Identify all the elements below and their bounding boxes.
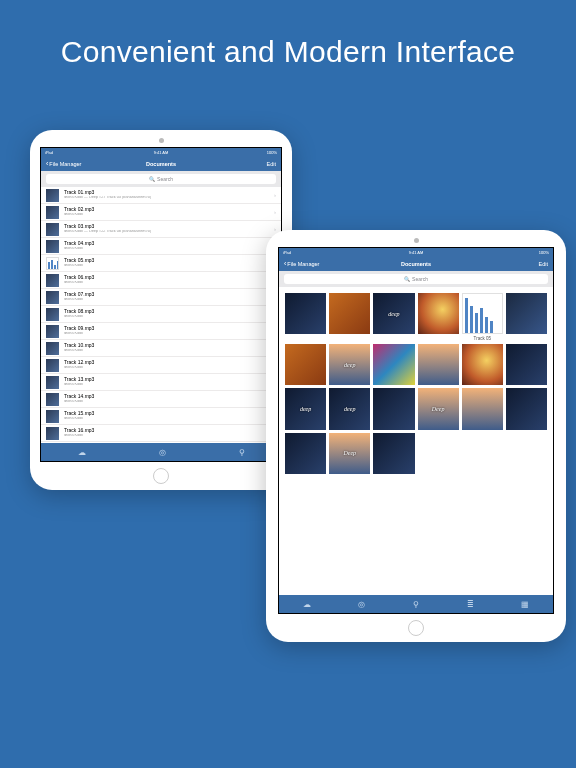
album-overlay-text: deep [329,344,370,385]
album-art-thumb [46,325,59,338]
file-subtitle: Mona Kibbi [64,264,94,268]
list-item[interactable]: Track 13.mp3Mona Kibbi› [41,374,281,391]
tab-bar: ☁︎ ◎ ⚲ [41,443,281,461]
device-camera [159,138,164,143]
search-input[interactable]: 🔍 Search [46,174,276,184]
file-name: Track 06.mp3 [64,275,94,280]
nav-bar: ‹File Manager Documents Edit [279,256,553,271]
album-art-cell[interactable] [506,344,547,385]
tab-search-icon[interactable]: ⚲ [413,600,419,609]
album-overlay-text: deep [329,388,370,429]
tab-search-icon[interactable]: ⚲ [239,448,245,457]
status-time: 9:41 AM [40,150,282,155]
list-item[interactable]: Track 07.mp3Mona Kibbi› [41,289,281,306]
album-art-cell[interactable] [329,293,370,334]
file-name: Track 10.mp3 [64,343,94,348]
list-item[interactable]: Track 04.mp3Mona Kibbi› [41,238,281,255]
file-grid[interactable]: deepTrack 05deepdeepdeepDeepDeep [285,293,547,474]
album-overlay-text: Deep [329,433,370,474]
file-subtitle: Mona Kibbi [64,383,94,387]
file-subtitle: Mona Kibbi [64,400,94,404]
equalizer-icon[interactable] [462,293,503,334]
album-art-thumb [46,427,59,440]
tab-list-icon[interactable]: ≣ [467,600,474,609]
list-item[interactable]: Track 06.mp3Mona Kibbi› [41,272,281,289]
album-art-cell[interactable] [462,344,503,385]
search-bar: 🔍 Search [279,271,553,287]
file-name: Track 08.mp3 [64,309,94,314]
edit-button[interactable]: Edit [267,161,276,167]
tab-cloud-icon[interactable]: ☁︎ [78,448,86,457]
album-art-thumb [46,189,59,202]
tab-globe-icon[interactable]: ◎ [358,600,365,609]
album-art-thumb [46,308,59,321]
chevron-right-icon: › [274,226,276,232]
album-art-cell[interactable] [285,293,326,334]
file-name: Track 13.mp3 [64,377,94,382]
album-art-cell[interactable]: Deep [418,388,459,429]
list-item[interactable]: Track 09.mp3Mona Kibbi› [41,323,281,340]
album-art-thumb [46,223,59,236]
file-name: Track 03.mp3 [64,224,151,229]
list-item[interactable]: Track 16.mp3Mona Kibbi› [41,425,281,442]
file-subtitle: Mona Kibbi [64,366,94,370]
album-art-cell[interactable] [506,293,547,334]
tab-grid-icon[interactable]: ▦ [521,600,529,609]
file-subtitle: Mona Kibbi [64,417,94,421]
list-item[interactable]: Track 03.mp3Mona Kibbi — Deep #22 Track … [41,221,281,238]
album-art-thumb [46,342,59,355]
file-name: Track 07.mp3 [64,292,94,297]
file-subtitle: Mona Kibbi [64,247,94,251]
file-subtitle: Mona Kibbi [64,298,94,302]
album-art-thumb [46,376,59,389]
file-name: Track 16.mp3 [64,428,94,433]
edit-button[interactable]: Edit [539,261,548,267]
album-art-cell[interactable] [418,293,459,334]
grid-item-label: Track 05 [462,336,503,341]
album-overlay-text: Deep [418,388,459,429]
file-list[interactable]: Track 01.mp3Mona Kibbi — Deep #27 Track … [41,187,281,443]
list-item[interactable]: Track 05.mp3Mona Kibbi› [41,255,281,272]
tab-bar: ☁︎ ◎ ⚲ ≣ ▦ [279,595,553,613]
list-item[interactable]: Track 02.mp3Mona Kibbi› [41,204,281,221]
album-art-cell[interactable]: deep [329,344,370,385]
list-item[interactable]: Track 14.mp3Mona Kibbi› [41,391,281,408]
album-art-cell[interactable] [373,433,414,474]
back-button[interactable]: ‹File Manager [46,160,81,167]
status-time: 9:41 AM [278,250,554,255]
home-button[interactable] [408,620,424,636]
album-art-cell[interactable]: deep [373,293,414,334]
search-placeholder: Search [157,176,173,182]
list-item[interactable]: Track 08.mp3Mona Kibbi› [41,306,281,323]
page-title: Documents [279,261,553,267]
list-item[interactable]: Track 12.mp3Mona Kibbi› [41,357,281,374]
album-art-thumb [46,393,59,406]
file-name: Track 02.mp3 [64,207,94,212]
album-art-thumb [46,274,59,287]
chevron-left-icon: ‹ [46,160,48,167]
list-item[interactable]: Track 10.mp3Mona Kibbi› [41,340,281,357]
list-item[interactable]: Track 15.mp3Mona Kibbi› [41,408,281,425]
album-art-cell[interactable] [462,388,503,429]
album-art-cell[interactable]: deep [285,388,326,429]
home-button[interactable] [153,468,169,484]
tab-globe-icon[interactable]: ◎ [159,448,166,457]
album-art-cell[interactable]: deep [329,388,370,429]
album-art-cell[interactable] [373,344,414,385]
search-input[interactable]: 🔍 Search [284,274,548,284]
album-art-cell[interactable] [418,344,459,385]
album-art-thumb [46,206,59,219]
marketing-headline: Convenient and Modern Interface [0,35,576,69]
file-subtitle: Mona Kibbi [64,281,94,285]
album-art-cell[interactable] [285,433,326,474]
tab-cloud-icon[interactable]: ☁︎ [303,600,311,609]
album-art-cell[interactable] [285,344,326,385]
file-name: Track 14.mp3 [64,394,94,399]
nav-bar: ‹File Manager Documents Edit [41,156,281,171]
album-art-cell[interactable] [373,388,414,429]
back-button[interactable]: ‹File Manager [284,260,319,267]
list-item[interactable]: Track 01.mp3Mona Kibbi — Deep #27 Track … [41,187,281,204]
album-art-cell[interactable] [506,388,547,429]
album-art-cell[interactable]: Deep [329,433,370,474]
back-label: File Manager [287,261,319,267]
